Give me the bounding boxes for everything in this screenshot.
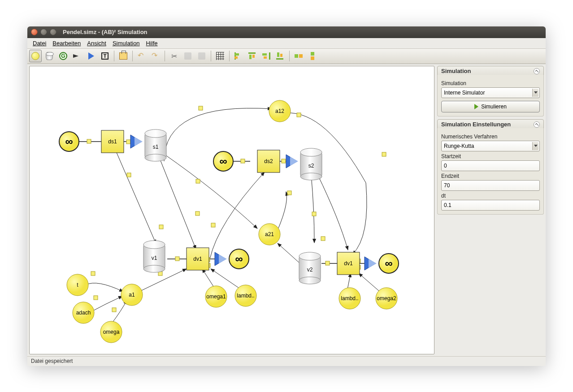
svg-text:∞: ∞ — [385, 257, 392, 269]
svg-rect-7 — [196, 179, 200, 183]
tool-undo-icon[interactable] — [135, 50, 148, 62]
node-v1[interactable]: v1 — [143, 241, 165, 272]
tool-align-top-icon[interactable] — [246, 50, 259, 62]
node-ds1[interactable]: ds1 — [101, 130, 124, 153]
svg-point-42 — [145, 129, 166, 138]
menu-simulation[interactable]: Simulation — [110, 39, 143, 47]
node-s2[interactable]: s2 — [300, 148, 322, 180]
node-a1[interactable]: a1 — [121, 284, 143, 306]
svg-rect-17 — [159, 225, 163, 229]
svg-rect-6 — [127, 173, 131, 177]
node-infinity[interactable]: ∞ — [379, 254, 399, 273]
menu-view[interactable]: Ansicht — [84, 39, 109, 47]
window-minimize-button[interactable] — [40, 29, 47, 35]
tool-grid-icon[interactable] — [214, 50, 226, 62]
collapse-icon[interactable] — [534, 121, 540, 128]
play-icon — [474, 104, 478, 109]
node-dv1[interactable]: dv1 — [187, 248, 209, 270]
svg-text:a21: a21 — [265, 231, 274, 237]
svg-rect-10 — [287, 191, 291, 195]
flow-arrow-icon[interactable] — [365, 257, 377, 270]
svg-point-47 — [300, 173, 322, 180]
svg-rect-22 — [326, 261, 330, 265]
node-t[interactable]: t — [67, 274, 88, 296]
dt-input[interactable] — [441, 200, 540, 211]
menu-file[interactable]: Datei — [30, 39, 49, 47]
svg-text:v1: v1 — [152, 255, 157, 261]
tool-align-right-icon[interactable] — [260, 50, 273, 62]
svg-rect-11 — [382, 152, 386, 156]
svg-rect-12 — [312, 212, 316, 216]
svg-text:adach: adach — [76, 310, 91, 316]
node-ds2[interactable]: ds2 — [257, 150, 280, 172]
tool-save-icon[interactable] — [117, 50, 130, 62]
tool-align-left-icon[interactable] — [232, 50, 245, 62]
menu-help[interactable]: Hilfe — [143, 39, 161, 47]
svg-text:dv1: dv1 — [193, 256, 202, 262]
node-a12[interactable]: a12 — [269, 100, 291, 122]
node-omega2[interactable]: omega2 — [376, 288, 397, 309]
tool-global-icon[interactable]: G — [57, 50, 69, 62]
svg-text:∞: ∞ — [219, 155, 227, 167]
app-window: Pendel.simz - (AB)² Simulation Datei Bea… — [27, 26, 546, 366]
diagram-canvas[interactable]: ∞ ∞ ∞ ∞ ds1 ds2 dv1 dv1 s1 s2 — [29, 66, 434, 354]
svg-rect-2 — [199, 106, 203, 110]
window-maximize-button[interactable] — [50, 29, 56, 35]
chevron-down-icon — [532, 142, 538, 150]
node-omega[interactable]: omega — [100, 321, 122, 343]
window-close-button[interactable] — [31, 29, 38, 35]
start-time-input[interactable] — [441, 160, 540, 171]
method-select[interactable]: Runge-Kutta — [441, 141, 540, 151]
tool-parameter-icon[interactable] — [29, 50, 42, 62]
menu-edit[interactable]: Bearbeiten — [50, 39, 83, 47]
tool-align-bottom-icon[interactable] — [274, 50, 286, 62]
tool-copy-icon[interactable] — [182, 50, 194, 62]
svg-point-55 — [299, 277, 321, 284]
chevron-down-icon — [532, 89, 538, 97]
collapse-icon[interactable] — [534, 68, 540, 74]
node-a21[interactable]: a21 — [259, 224, 280, 245]
svg-rect-8 — [195, 211, 200, 215]
simulation-select[interactable]: Interne Simulator — [441, 87, 540, 98]
tool-redo-icon[interactable] — [149, 50, 162, 62]
svg-rect-5 — [282, 159, 286, 163]
flow-arrow-icon[interactable] — [215, 252, 227, 266]
node-lambda2[interactable]: lambd.. — [339, 288, 360, 309]
menu-bar: Datei Bearbeiten Ansicht Simulation Hilf… — [27, 38, 546, 49]
node-infinity[interactable]: ∞ — [59, 132, 79, 151]
tool-center-h-icon[interactable] — [292, 50, 305, 62]
flow-arrow-icon[interactable] — [286, 155, 298, 168]
node-lambda1[interactable]: lambd.. — [235, 285, 256, 306]
node-omega1[interactable]: omega1 — [205, 286, 227, 307]
node-adach[interactable]: adach — [73, 302, 94, 323]
svg-text:a12: a12 — [275, 108, 284, 114]
svg-text:omega: omega — [103, 329, 120, 335]
node-s1[interactable]: s1 — [145, 129, 166, 161]
node-infinity[interactable]: ∞ — [229, 249, 249, 269]
tool-center-v-icon[interactable] — [306, 50, 319, 62]
tool-flow-icon[interactable] — [85, 50, 97, 62]
panel-settings-title: Simulation Einstellungen — [441, 121, 511, 128]
simulate-button[interactable]: Simulieren — [441, 101, 540, 112]
svg-point-50 — [143, 241, 165, 249]
flow-arrow-icon[interactable] — [130, 135, 143, 148]
svg-rect-1 — [126, 140, 130, 144]
toolbar: G T ✂ — [27, 49, 546, 64]
tool-container-icon[interactable] — [43, 50, 56, 62]
tool-cut-icon[interactable]: ✂ — [168, 50, 180, 62]
svg-rect-13 — [321, 237, 325, 241]
svg-rect-20 — [94, 296, 98, 300]
diagram-svg: ∞ ∞ ∞ ∞ ds1 ds2 dv1 dv1 s1 s2 — [30, 66, 433, 353]
node-infinity[interactable]: ∞ — [213, 151, 233, 171]
side-panel: Simulation Simulation Interne Simulator … — [437, 66, 544, 354]
end-time-input[interactable] — [441, 180, 540, 191]
tool-paste-icon[interactable] — [195, 50, 208, 62]
node-v2[interactable]: v2 — [299, 252, 321, 284]
node-dv2[interactable]: dv1 — [337, 252, 360, 275]
status-bar: Datei gespeichert — [27, 356, 546, 366]
tool-text-icon[interactable]: T — [99, 50, 111, 62]
window-title: Pendel.simz - (AB)² Simulation — [63, 29, 148, 35]
svg-rect-4 — [241, 159, 245, 163]
svg-text:lambd..: lambd.. — [237, 293, 254, 299]
tool-arrow-icon[interactable] — [71, 50, 83, 62]
